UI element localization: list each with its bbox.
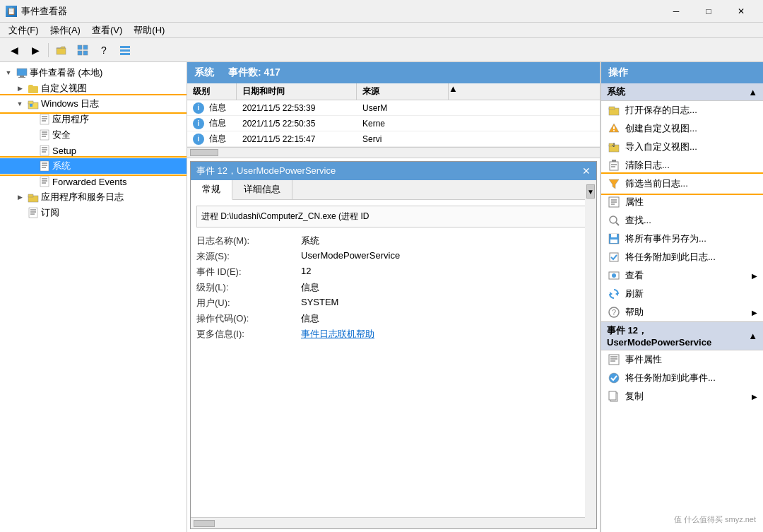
maximize-button[interactable]: □ (692, 0, 725, 23)
info-icon-1: i (193, 102, 204, 114)
folder-appservices-icon (28, 191, 39, 203)
event-row-3[interactable]: i 信息 2021/11/5 22:15:47 Servi (187, 131, 600, 147)
menu-action[interactable]: 操作(A) (45, 23, 86, 38)
svg-rect-61 (610, 240, 617, 243)
toolbar-help[interactable]: ? (94, 41, 114, 59)
action-attach-task[interactable]: 将任务附加到此日志... (601, 248, 763, 266)
action-find[interactable]: 查找... (601, 211, 763, 230)
svg-point-45 (613, 130, 615, 131)
tree-item-windows-logs[interactable]: ▼ Windows 日志 (0, 96, 187, 112)
svg-rect-10 (20, 76, 24, 77)
tree-item-forwarded[interactable]: Forwarded Events (0, 174, 187, 189)
tree-item-app-services[interactable]: ▶ 应用程序和服务日志 (0, 189, 187, 205)
open-saved-icon (607, 103, 621, 117)
detail-content: 进程 D:\ludashi\ComputerZ_CN.exe (进程 ID 日志… (191, 200, 596, 517)
action-attach-task-event[interactable]: 将任务附加到此事件... (601, 369, 763, 387)
save-icon (607, 232, 621, 246)
tree-item-app[interactable]: 应用程序 (0, 112, 187, 127)
tree-space-app (25, 114, 37, 125)
computer-icon (16, 67, 28, 78)
action-filter-log[interactable]: 筛选当前日志... (601, 175, 763, 193)
action-event-props[interactable]: 事件属性 (601, 350, 763, 369)
detail-tabs: 常规 详细信息 (191, 180, 596, 200)
app-icon: 📋 (6, 6, 17, 17)
props-icon (607, 195, 621, 209)
toolbar-forward[interactable]: ▶ (25, 41, 45, 59)
toolbar-open[interactable] (52, 41, 71, 59)
svg-point-57 (610, 216, 617, 223)
event-row-2[interactable]: i 信息 2021/11/5 22:50:35 Kerne (187, 116, 600, 131)
action-create-view[interactable]: 创建自定义视图... (601, 119, 763, 138)
toolbar-grid[interactable] (73, 41, 93, 59)
tree-item-root[interactable]: ▼ 事件查看器 (本地) (0, 65, 187, 81)
menu-help[interactable]: 帮助(H) (128, 23, 170, 38)
scroll-down-arrow[interactable]: ▼ (586, 184, 595, 199)
action-import-view[interactable]: 导入自定义视图... (601, 138, 763, 156)
tree-label-windows: Windows 日志 (41, 97, 99, 110)
event-level-1: i 信息 (187, 102, 237, 114)
action-view[interactable]: 查看 ▶ (601, 266, 763, 285)
svg-rect-62 (610, 253, 618, 261)
menu-file[interactable]: 文件(F) (3, 23, 45, 38)
field-key-4: 用户(U): (196, 297, 295, 309)
event-date-2: 2021/11/5 22:50:35 (237, 119, 357, 129)
tree-toggle-root[interactable]: ▼ (3, 67, 14, 78)
tree-toggle-custom[interactable]: ▶ (14, 83, 25, 94)
svg-rect-9 (17, 69, 27, 76)
tree-item-security[interactable]: 安全 (0, 127, 187, 143)
actions-title: 操作 (608, 66, 628, 79)
minimize-button[interactable]: ─ (660, 0, 692, 23)
action-copy[interactable]: 复制 ▶ (601, 387, 763, 406)
event-row-1[interactable]: i 信息 2021/11/5 22:53:39 UserM (187, 100, 600, 116)
event-log-link[interactable]: 事件日志联机帮助 (301, 328, 591, 341)
event-list-header: 级别 日期和时间 来源 ▲ (187, 83, 600, 100)
svg-rect-8 (120, 53, 130, 55)
tree-toggle-windows[interactable]: ▼ (14, 98, 25, 110)
tab-details[interactable]: 详细信息 (232, 180, 292, 199)
action-help[interactable]: ? 帮助 ▶ (601, 303, 763, 321)
hscroll-bar[interactable] (187, 147, 600, 158)
col-header-level: 级别 (187, 83, 237, 100)
actions-subsection-event[interactable]: 事件 12，UserModePowerService ▲ (601, 321, 763, 350)
hscroll-thumb[interactable] (190, 149, 218, 156)
field-val-1: UserModePowerService (301, 250, 591, 263)
event-date-3: 2021/11/5 22:15:47 (237, 134, 357, 144)
tree-item-system[interactable]: 系统 (0, 158, 187, 174)
action-properties[interactable]: 属性 (601, 193, 763, 211)
tree-toggle-appservices[interactable]: ▶ (14, 191, 25, 203)
detail-vscroll[interactable]: ▼ (585, 183, 596, 528)
detail-close-button[interactable]: ✕ (582, 165, 591, 177)
tree-item-subscriptions[interactable]: 订阅 (0, 205, 187, 220)
svg-rect-0 (57, 48, 66, 54)
field-val-0: 系统 (301, 235, 591, 247)
log-setup-icon (39, 145, 50, 156)
task-icon (607, 250, 621, 264)
action-clear-log[interactable]: 清除日志... (601, 156, 763, 175)
action-save-all[interactable]: 将所有事件另存为... (601, 230, 763, 248)
detail-hscroll[interactable] (191, 517, 596, 528)
action-refresh[interactable]: 刷新 (601, 285, 763, 303)
field-key-3: 级别(L): (196, 281, 295, 294)
svg-rect-27 (40, 161, 49, 171)
detail-scroll-thumb[interactable] (194, 520, 215, 527)
tree-item-custom-views[interactable]: ▶ 自定义视图 (0, 81, 187, 96)
tab-general[interactable]: 常规 (191, 180, 232, 200)
col-header-date: 日期和时间 (237, 83, 357, 100)
list-scrollbar-top[interactable]: ▲ (449, 83, 460, 100)
action-open-saved[interactable]: 打开保存的日志... (601, 101, 763, 119)
tree-label-custom: 自定义视图 (41, 82, 87, 95)
close-button[interactable]: ✕ (725, 0, 757, 23)
toolbar-list[interactable] (115, 41, 135, 59)
tree-item-setup[interactable]: Setup (0, 143, 187, 158)
detail-title: 事件 12，UserModePowerService (196, 165, 336, 177)
menu-view[interactable]: 查看(V) (86, 23, 128, 38)
menu-bar: 文件(F) 操作(A) 查看(V) 帮助(H) (0, 23, 763, 38)
toolbar-back[interactable]: ◀ (4, 41, 24, 59)
actions-section-system[interactable]: 系统 ▲ (601, 83, 763, 101)
copy-icon (607, 389, 621, 403)
tree-label-setup: Setup (52, 146, 76, 156)
svg-marker-65 (615, 292, 618, 296)
help-icon: ? (607, 305, 621, 319)
field-val-4: SYSTEM (301, 297, 591, 309)
col-header-source: 来源 (357, 83, 449, 100)
